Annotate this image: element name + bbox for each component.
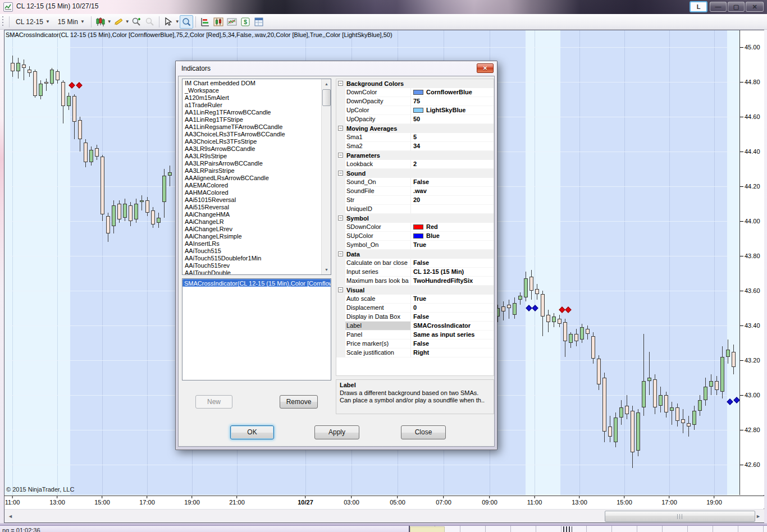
scrollbar-thumb[interactable]	[605, 511, 755, 522]
property-row[interactable]: DownOpacity75	[336, 97, 494, 106]
indicator-list[interactable]: IM Chart embedded DOM_WorkspaceA120m15mA…	[182, 79, 331, 275]
property-category[interactable]: −Moving Averages	[336, 124, 494, 133]
property-name[interactable]: UniqueID	[345, 205, 411, 214]
property-value[interactable]: SMACrossIndicator	[411, 322, 494, 331]
data-series-button[interactable]	[198, 15, 212, 29]
indicator-list-scrollbar[interactable]: ▲ ▼	[321, 79, 331, 274]
indicator-list-item[interactable]: AAiTouch515Doublefor1Min	[183, 255, 321, 262]
property-row[interactable]: Price marker(s)False	[336, 340, 494, 348]
property-name[interactable]: Display in Data Box	[345, 313, 411, 322]
property-value[interactable]: False	[411, 340, 494, 348]
property-value[interactable]: Blue	[411, 232, 494, 241]
property-name[interactable]: UpColor	[345, 106, 411, 115]
indicator-list-item[interactable]: AAiTouch515	[183, 247, 321, 255]
property-name[interactable]: Input series	[345, 268, 411, 277]
dialog-titlebar[interactable]: Indicators ✕	[176, 61, 497, 76]
property-name[interactable]: Displacement	[345, 304, 411, 313]
property-name[interactable]: Auto scale	[345, 295, 411, 304]
indicator-list-item[interactable]: AAi515Reversal	[183, 204, 321, 211]
remove-button[interactable]: Remove	[280, 395, 318, 409]
chevron-down-icon[interactable]: ▼	[107, 19, 112, 24]
property-name[interactable]: UpOpacity	[345, 115, 411, 124]
indicator-list-item[interactable]: AA3ChoiceLRs3TFsArrowBCCandle	[183, 131, 321, 138]
property-value[interactable]: Red	[411, 223, 494, 232]
property-row[interactable]: Calculate on bar closeFalse	[336, 259, 494, 268]
property-name[interactable]: Maximum bars look ba	[345, 277, 411, 286]
property-value[interactable]: 34	[411, 142, 494, 151]
dialog-close-action-button[interactable]: Close	[401, 425, 446, 439]
zoom-in-button[interactable]	[130, 15, 143, 29]
property-value[interactable]: 75	[411, 97, 494, 106]
property-row[interactable]: Display in Data BoxFalse	[336, 313, 494, 322]
property-name[interactable]: Sma2	[345, 142, 411, 151]
property-row[interactable]: Sound_OnFalse	[336, 178, 494, 187]
chart-trader-button[interactable]	[212, 15, 225, 29]
time-axis[interactable]: 11:0013:0015:0017:0019:0021:0010/2703:00…	[4, 496, 764, 508]
indicator-list-item[interactable]: AAiChangeLR	[183, 218, 321, 226]
instrument-dropdown[interactable]: CL 12-15▼	[12, 16, 54, 28]
property-row[interactable]: Symbol_OnTrue	[336, 241, 494, 250]
interval-dropdown[interactable]: 15 Min▼	[54, 16, 89, 28]
property-row[interactable]: SDownColorRed	[336, 223, 494, 232]
property-name[interactable]: SoundFile	[345, 187, 411, 196]
property-value[interactable]: False	[411, 259, 494, 268]
zoom-out-button[interactable]	[143, 15, 157, 29]
property-row[interactable]: SUpColorBlue	[336, 232, 494, 241]
property-category[interactable]: −Data	[336, 250, 494, 259]
indicator-list-item[interactable]: a1TradeRuler	[183, 102, 321, 109]
indicator-list-item[interactable]: AAHMAColored	[183, 189, 321, 196]
apply-button[interactable]: Apply	[314, 425, 359, 439]
indicator-list-item[interactable]: IM Chart embedded DOM	[183, 80, 321, 87]
property-grid[interactable]: −Background ColorsDownColorCornflowerBlu…	[336, 79, 494, 376]
snapshot-button[interactable]	[180, 15, 193, 29]
scrollbar-thumb[interactable]	[322, 89, 331, 106]
property-value[interactable]: False	[411, 313, 494, 322]
chevron-down-icon[interactable]: ▼	[175, 19, 180, 24]
scroll-up-arrow[interactable]: ▲	[322, 79, 331, 89]
property-value[interactable]: 50	[411, 115, 494, 124]
property-category[interactable]: −Visual	[336, 286, 494, 295]
property-value[interactable]: True	[411, 241, 494, 250]
property-value[interactable]: True	[411, 295, 494, 304]
property-row[interactable]: LabelSMACrossIndicator	[336, 322, 494, 331]
property-row[interactable]: DownColorCornflowerBlue	[336, 88, 494, 97]
indicator-list-item[interactable]: AA1LinRegsameTFArrowBCCandle	[183, 123, 321, 131]
indicator-list-item[interactable]: A120m15mAlert	[183, 94, 321, 102]
indicator-list-item[interactable]: AAiChangeLRsimple	[183, 233, 321, 240]
indicator-list-item[interactable]: AA1LinReg1TFArrowBCCandle	[183, 109, 321, 116]
property-row[interactable]: Str20	[336, 196, 494, 205]
property-name[interactable]: Price marker(s)	[345, 340, 411, 348]
property-name[interactable]: Scale justification	[345, 348, 411, 357]
toolbar-grip[interactable]	[2, 16, 4, 27]
chevron-down-icon[interactable]: ▼	[125, 19, 130, 24]
property-category[interactable]: −Sound	[336, 169, 494, 178]
property-row[interactable]: Scale justificationRight	[336, 348, 494, 357]
horizontal-scrollbar[interactable]: ◄ ►	[4, 509, 764, 522]
property-value[interactable]: CL 12-15 (15 Min)	[411, 268, 494, 277]
cursor-button[interactable]	[162, 15, 175, 29]
window-titlebar[interactable]: CL 12-15 (15 Min) 10/27/15 L — ▢ ✕	[0, 0, 767, 14]
dialog-close-button[interactable]: ✕	[477, 63, 494, 73]
ok-button[interactable]: OK	[230, 425, 274, 439]
indicator-list-item[interactable]: AAITouchDouble	[183, 269, 321, 275]
property-value[interactable]: 2	[411, 160, 494, 169]
property-name[interactable]: SDownColor	[345, 223, 411, 232]
applied-indicator-item[interactable]: SMACrossIndicator(CL 12-15 (15 Min),Colo…	[182, 279, 331, 287]
property-name[interactable]: Lookback	[345, 160, 411, 169]
property-value[interactable]: 0	[411, 304, 494, 313]
indicator-list-item[interactable]: AA3LRPairsStripe	[183, 167, 321, 175]
chart-style-button[interactable]	[94, 15, 107, 29]
property-row[interactable]: Input seriesCL 12-15 (15 Min)	[336, 268, 494, 277]
indicator-list-item[interactable]: AAiChangeHMA	[183, 211, 321, 218]
property-row[interactable]: Auto scaleTrue	[336, 295, 494, 304]
property-row[interactable]: Maximum bars look baTwoHundredFiftySix	[336, 277, 494, 286]
collapse-icon[interactable]: −	[338, 81, 343, 86]
property-name[interactable]: SUpColor	[345, 232, 411, 241]
property-row[interactable]: PanelSame as input series	[336, 331, 494, 340]
maximize-button[interactable]: ▢	[728, 2, 745, 12]
indicators-button[interactable]	[225, 15, 239, 29]
collapse-icon[interactable]: −	[338, 251, 343, 256]
property-value[interactable]: .wav	[411, 187, 494, 196]
property-value[interactable]: False	[411, 178, 494, 187]
strategies-button[interactable]: $	[239, 15, 252, 29]
